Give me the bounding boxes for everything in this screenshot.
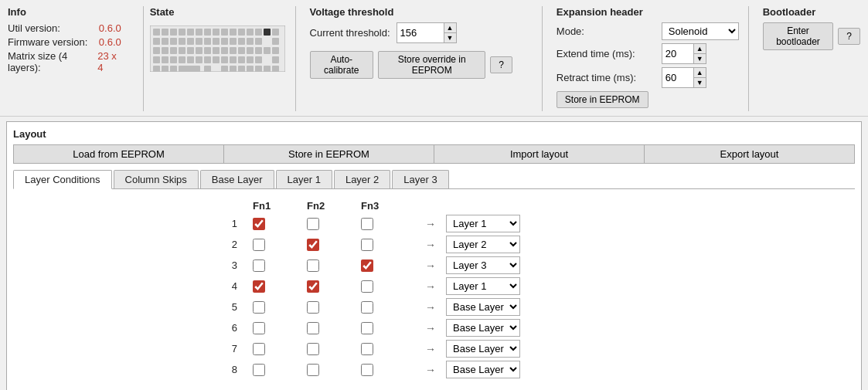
info-section: Info Util version: 0.6.0 Firmware versio… — [8, 6, 137, 111]
mode-select-wrapper[interactable]: Solenoid Mouse keys None — [662, 22, 739, 40]
util-version-label: Util version: — [8, 22, 60, 34]
extend-input[interactable] — [662, 46, 693, 61]
fn3-check-2[interactable] — [361, 239, 373, 251]
lc-select-6[interactable]: Base Layer Layer 1 Layer 2 Layer 3 — [446, 319, 520, 337]
target-select-5[interactable]: Base Layer Layer 1 Layer 2 Layer 3 — [447, 299, 519, 315]
lc-fn3-1[interactable] — [361, 218, 415, 230]
lc-fn3-8[interactable] — [361, 364, 415, 376]
extend-up-btn[interactable]: ▲ — [694, 44, 706, 54]
load-eeprom-button[interactable]: Load from EEPROM — [13, 144, 224, 164]
fn2-check-7[interactable] — [307, 343, 319, 355]
retract-up-btn[interactable]: ▲ — [694, 68, 706, 78]
fn2-check-3[interactable] — [307, 259, 319, 272]
lc-fn2-4[interactable] — [307, 280, 361, 293]
enter-bootloader-button[interactable]: Enter bootloader — [763, 22, 834, 50]
target-select-6[interactable]: Base Layer Layer 1 Layer 2 Layer 3 — [447, 320, 519, 336]
auto-calibrate-button[interactable]: Auto-calibrate — [310, 51, 374, 79]
fn3-check-1[interactable] — [361, 218, 373, 230]
lc-fn3-4[interactable] — [361, 280, 415, 293]
retract-input[interactable] — [662, 70, 693, 85]
fn1-check-2[interactable] — [253, 239, 265, 251]
fn3-check-3[interactable] — [361, 259, 373, 272]
lc-fn1-4[interactable] — [253, 280, 307, 293]
fn3-check-8[interactable] — [361, 364, 373, 376]
fn2-check-4[interactable] — [307, 280, 319, 293]
lc-select-2[interactable]: Base Layer Layer 1 Layer 2 Layer 3 — [446, 236, 520, 253]
fn2-check-5[interactable] — [307, 301, 319, 314]
extend-input-wrapper[interactable]: ▲ ▼ — [662, 43, 706, 64]
store-override-button[interactable]: Store override in EEPROM — [378, 51, 485, 79]
export-layout-button[interactable]: Export layout — [645, 144, 855, 164]
lc-fn1-3[interactable] — [253, 259, 307, 272]
lc-select-5[interactable]: Base Layer Layer 1 Layer 2 Layer 3 — [446, 298, 520, 316]
fn2-check-8[interactable] — [307, 364, 319, 376]
fn1-check-3[interactable] — [253, 259, 265, 272]
tab-column-skips[interactable]: Column Skips — [114, 170, 199, 188]
import-layout-button[interactable]: Import layout — [434, 144, 645, 164]
lc-fn2-6[interactable] — [307, 322, 361, 334]
bootloader-help-button[interactable]: ? — [838, 28, 860, 45]
threshold-up-btn[interactable]: ▲ — [444, 23, 456, 33]
retract-down-btn[interactable]: ▼ — [694, 78, 706, 87]
fn1-check-7[interactable] — [253, 343, 265, 355]
target-select-7[interactable]: Base Layer Layer 1 Layer 2 Layer 3 — [447, 341, 519, 357]
lc-fn2-1[interactable] — [307, 218, 361, 230]
mode-select[interactable]: Solenoid Mouse keys None — [662, 23, 738, 39]
fn2-check-6[interactable] — [307, 322, 319, 334]
lc-select-8[interactable]: Base Layer Layer 1 Layer 2 Layer 3 — [446, 361, 520, 378]
lc-fn1-8[interactable] — [253, 364, 307, 376]
tab-base-layer[interactable]: Base Layer — [200, 170, 274, 188]
retract-input-wrapper[interactable]: ▲ ▼ — [662, 67, 706, 88]
expansion-store-eeprom-button[interactable]: Store in EEPROM — [557, 91, 648, 108]
tab-layer-conditions[interactable]: Layer Conditions — [13, 170, 112, 189]
fn3-check-7[interactable] — [361, 343, 373, 355]
target-select-2[interactable]: Base Layer Layer 1 Layer 2 Layer 3 — [447, 236, 519, 253]
lc-fn3-7[interactable] — [361, 343, 415, 355]
lc-select-7[interactable]: Base Layer Layer 1 Layer 2 Layer 3 — [446, 340, 520, 358]
target-select-4[interactable]: Base Layer Layer 1 Layer 2 Layer 3 — [447, 278, 519, 294]
fn3-check-5[interactable] — [361, 301, 373, 314]
lc-fn3-5[interactable] — [361, 301, 415, 314]
svg-rect-35 — [196, 47, 203, 54]
target-select-8[interactable]: Base Layer Layer 1 Layer 2 Layer 3 — [447, 361, 519, 378]
target-select-3[interactable]: Base Layer Layer 1 Layer 2 Layer 3 — [447, 257, 519, 273]
tab-layer-2[interactable]: Layer 2 — [334, 170, 390, 188]
lc-fn1-1[interactable] — [253, 218, 307, 230]
lc-fn1-6[interactable] — [253, 322, 307, 334]
svg-rect-48 — [179, 56, 186, 63]
lc-fn3-3[interactable] — [361, 259, 415, 272]
lc-fn2-8[interactable] — [307, 364, 361, 376]
store-eeprom-button[interactable]: Store in EEPROM — [224, 144, 434, 164]
lc-fn1-5[interactable] — [253, 301, 307, 314]
extend-down-btn[interactable]: ▼ — [694, 54, 706, 63]
threshold-down-btn[interactable]: ▼ — [444, 33, 456, 42]
lc-fn2-2[interactable] — [307, 239, 361, 251]
lc-fn2-3[interactable] — [307, 259, 361, 272]
fn1-check-1[interactable] — [253, 218, 265, 230]
fn2-check-1[interactable] — [307, 218, 319, 230]
fn1-check-5[interactable] — [253, 301, 265, 314]
bootloader-title: Bootloader — [763, 6, 860, 18]
fn1-check-6[interactable] — [253, 322, 265, 334]
lc-fn1-7[interactable] — [253, 343, 307, 355]
tab-layer-1[interactable]: Layer 1 — [276, 170, 332, 188]
voltage-help-button[interactable]: ? — [490, 56, 512, 73]
svg-rect-6 — [196, 29, 203, 36]
threshold-input[interactable] — [397, 25, 444, 40]
fn3-check-4[interactable] — [361, 280, 373, 293]
fn1-check-8[interactable] — [253, 364, 265, 376]
tab-layer-3[interactable]: Layer 3 — [392, 170, 448, 188]
lc-fn3-6[interactable] — [361, 322, 415, 334]
threshold-input-wrapper[interactable]: ▲ ▼ — [397, 22, 457, 43]
fn2-check-2[interactable] — [307, 239, 319, 251]
fn1-check-4[interactable] — [253, 280, 265, 293]
lc-fn3-2[interactable] — [361, 239, 415, 251]
lc-select-1[interactable]: Base Layer Layer 1 Layer 2 Layer 3 — [446, 215, 520, 232]
lc-select-3[interactable]: Base Layer Layer 1 Layer 2 Layer 3 — [446, 256, 520, 274]
lc-select-4[interactable]: Base Layer Layer 1 Layer 2 Layer 3 — [446, 277, 520, 295]
fn3-check-6[interactable] — [361, 322, 373, 334]
target-select-1[interactable]: Base Layer Layer 1 Layer 2 Layer 3 — [447, 215, 519, 232]
lc-fn2-5[interactable] — [307, 301, 361, 314]
lc-fn2-7[interactable] — [307, 343, 361, 355]
lc-fn1-2[interactable] — [253, 239, 307, 251]
